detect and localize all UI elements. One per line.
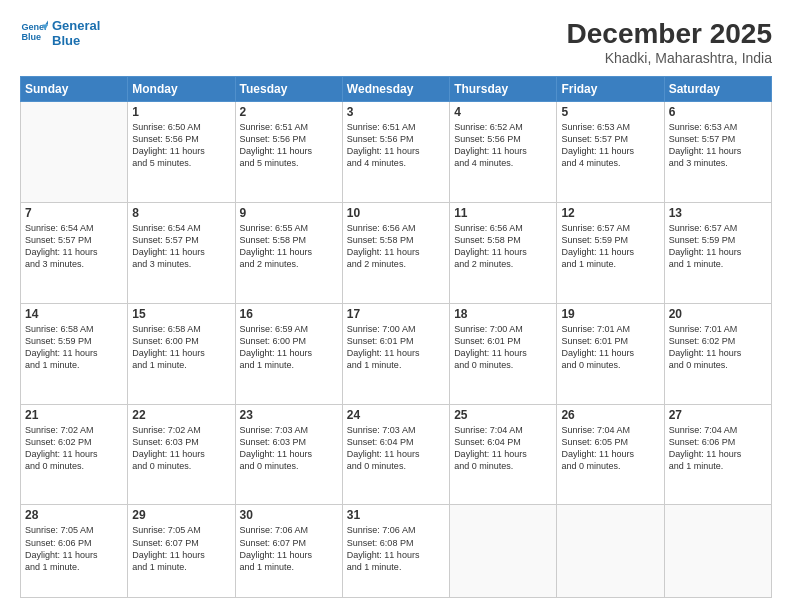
day-info: Sunrise: 7:03 AM Sunset: 6:03 PM Dayligh… [240,424,338,473]
day-info: Sunrise: 7:06 AM Sunset: 6:08 PM Dayligh… [347,524,445,573]
day-info: Sunrise: 6:51 AM Sunset: 5:56 PM Dayligh… [240,121,338,170]
calendar-cell: 6Sunrise: 6:53 AM Sunset: 5:57 PM Daylig… [664,102,771,203]
calendar-cell: 5Sunrise: 6:53 AM Sunset: 5:57 PM Daylig… [557,102,664,203]
calendar-cell: 23Sunrise: 7:03 AM Sunset: 6:03 PM Dayli… [235,404,342,505]
day-info: Sunrise: 7:02 AM Sunset: 6:03 PM Dayligh… [132,424,230,473]
header: General Blue GeneralBlue December 2025 K… [20,18,772,66]
day-number: 21 [25,408,123,422]
day-number: 10 [347,206,445,220]
calendar-cell: 27Sunrise: 7:04 AM Sunset: 6:06 PM Dayli… [664,404,771,505]
calendar-cell: 31Sunrise: 7:06 AM Sunset: 6:08 PM Dayli… [342,505,449,598]
calendar-cell: 30Sunrise: 7:06 AM Sunset: 6:07 PM Dayli… [235,505,342,598]
day-info: Sunrise: 6:59 AM Sunset: 6:00 PM Dayligh… [240,323,338,372]
day-number: 30 [240,508,338,522]
subtitle: Khadki, Maharashtra, India [567,50,772,66]
calendar-cell: 21Sunrise: 7:02 AM Sunset: 6:02 PM Dayli… [21,404,128,505]
day-info: Sunrise: 7:01 AM Sunset: 6:01 PM Dayligh… [561,323,659,372]
calendar-week-row: 7Sunrise: 6:54 AM Sunset: 5:57 PM Daylig… [21,202,772,303]
day-number: 12 [561,206,659,220]
day-info: Sunrise: 7:04 AM Sunset: 6:06 PM Dayligh… [669,424,767,473]
calendar-cell: 26Sunrise: 7:04 AM Sunset: 6:05 PM Dayli… [557,404,664,505]
day-info: Sunrise: 6:54 AM Sunset: 5:57 PM Dayligh… [132,222,230,271]
day-info: Sunrise: 6:57 AM Sunset: 5:59 PM Dayligh… [669,222,767,271]
calendar-cell: 14Sunrise: 6:58 AM Sunset: 5:59 PM Dayli… [21,303,128,404]
calendar-day-header: Saturday [664,77,771,102]
day-info: Sunrise: 7:05 AM Sunset: 6:07 PM Dayligh… [132,524,230,573]
day-info: Sunrise: 6:53 AM Sunset: 5:57 PM Dayligh… [561,121,659,170]
calendar-cell: 2Sunrise: 6:51 AM Sunset: 5:56 PM Daylig… [235,102,342,203]
day-info: Sunrise: 6:50 AM Sunset: 5:56 PM Dayligh… [132,121,230,170]
calendar-day-header: Wednesday [342,77,449,102]
calendar-week-row: 28Sunrise: 7:05 AM Sunset: 6:06 PM Dayli… [21,505,772,598]
day-number: 25 [454,408,552,422]
calendar-cell: 11Sunrise: 6:56 AM Sunset: 5:58 PM Dayli… [450,202,557,303]
day-info: Sunrise: 6:52 AM Sunset: 5:56 PM Dayligh… [454,121,552,170]
calendar-cell: 10Sunrise: 6:56 AM Sunset: 5:58 PM Dayli… [342,202,449,303]
day-number: 15 [132,307,230,321]
day-info: Sunrise: 6:58 AM Sunset: 6:00 PM Dayligh… [132,323,230,372]
calendar-cell: 22Sunrise: 7:02 AM Sunset: 6:03 PM Dayli… [128,404,235,505]
day-info: Sunrise: 7:01 AM Sunset: 6:02 PM Dayligh… [669,323,767,372]
day-info: Sunrise: 7:06 AM Sunset: 6:07 PM Dayligh… [240,524,338,573]
day-info: Sunrise: 7:05 AM Sunset: 6:06 PM Dayligh… [25,524,123,573]
calendar-cell: 3Sunrise: 6:51 AM Sunset: 5:56 PM Daylig… [342,102,449,203]
day-info: Sunrise: 7:00 AM Sunset: 6:01 PM Dayligh… [347,323,445,372]
calendar-cell: 8Sunrise: 6:54 AM Sunset: 5:57 PM Daylig… [128,202,235,303]
day-info: Sunrise: 6:55 AM Sunset: 5:58 PM Dayligh… [240,222,338,271]
logo-text: GeneralBlue [52,18,100,48]
calendar-week-row: 21Sunrise: 7:02 AM Sunset: 6:02 PM Dayli… [21,404,772,505]
day-info: Sunrise: 7:00 AM Sunset: 6:01 PM Dayligh… [454,323,552,372]
day-number: 2 [240,105,338,119]
day-info: Sunrise: 6:56 AM Sunset: 5:58 PM Dayligh… [454,222,552,271]
day-info: Sunrise: 6:57 AM Sunset: 5:59 PM Dayligh… [561,222,659,271]
calendar-day-header: Monday [128,77,235,102]
day-info: Sunrise: 6:58 AM Sunset: 5:59 PM Dayligh… [25,323,123,372]
day-number: 4 [454,105,552,119]
calendar-cell: 18Sunrise: 7:00 AM Sunset: 6:01 PM Dayli… [450,303,557,404]
day-number: 31 [347,508,445,522]
calendar-cell: 15Sunrise: 6:58 AM Sunset: 6:00 PM Dayli… [128,303,235,404]
calendar-cell: 28Sunrise: 7:05 AM Sunset: 6:06 PM Dayli… [21,505,128,598]
day-number: 20 [669,307,767,321]
day-info: Sunrise: 7:03 AM Sunset: 6:04 PM Dayligh… [347,424,445,473]
day-number: 5 [561,105,659,119]
day-number: 6 [669,105,767,119]
day-info: Sunrise: 7:04 AM Sunset: 6:04 PM Dayligh… [454,424,552,473]
calendar-cell: 1Sunrise: 6:50 AM Sunset: 5:56 PM Daylig… [128,102,235,203]
page: General Blue GeneralBlue December 2025 K… [0,0,792,612]
day-number: 17 [347,307,445,321]
day-info: Sunrise: 6:53 AM Sunset: 5:57 PM Dayligh… [669,121,767,170]
logo: General Blue GeneralBlue [20,18,100,48]
calendar-header-row: SundayMondayTuesdayWednesdayThursdayFrid… [21,77,772,102]
calendar-cell [21,102,128,203]
calendar-table: SundayMondayTuesdayWednesdayThursdayFrid… [20,76,772,598]
calendar-cell: 29Sunrise: 7:05 AM Sunset: 6:07 PM Dayli… [128,505,235,598]
day-info: Sunrise: 6:54 AM Sunset: 5:57 PM Dayligh… [25,222,123,271]
day-number: 13 [669,206,767,220]
calendar-cell: 25Sunrise: 7:04 AM Sunset: 6:04 PM Dayli… [450,404,557,505]
calendar-cell [557,505,664,598]
day-number: 24 [347,408,445,422]
day-number: 29 [132,508,230,522]
calendar-cell: 24Sunrise: 7:03 AM Sunset: 6:04 PM Dayli… [342,404,449,505]
day-number: 19 [561,307,659,321]
calendar-cell: 13Sunrise: 6:57 AM Sunset: 5:59 PM Dayli… [664,202,771,303]
day-number: 16 [240,307,338,321]
day-number: 28 [25,508,123,522]
calendar-cell [450,505,557,598]
calendar-day-header: Sunday [21,77,128,102]
svg-text:Blue: Blue [21,32,41,42]
calendar-cell: 19Sunrise: 7:01 AM Sunset: 6:01 PM Dayli… [557,303,664,404]
day-number: 7 [25,206,123,220]
logo-icon: General Blue [20,19,48,47]
day-number: 11 [454,206,552,220]
calendar-cell [664,505,771,598]
day-number: 27 [669,408,767,422]
day-number: 9 [240,206,338,220]
calendar-cell: 7Sunrise: 6:54 AM Sunset: 5:57 PM Daylig… [21,202,128,303]
day-info: Sunrise: 6:51 AM Sunset: 5:56 PM Dayligh… [347,121,445,170]
day-info: Sunrise: 6:56 AM Sunset: 5:58 PM Dayligh… [347,222,445,271]
calendar-cell: 12Sunrise: 6:57 AM Sunset: 5:59 PM Dayli… [557,202,664,303]
day-number: 3 [347,105,445,119]
calendar-day-header: Tuesday [235,77,342,102]
